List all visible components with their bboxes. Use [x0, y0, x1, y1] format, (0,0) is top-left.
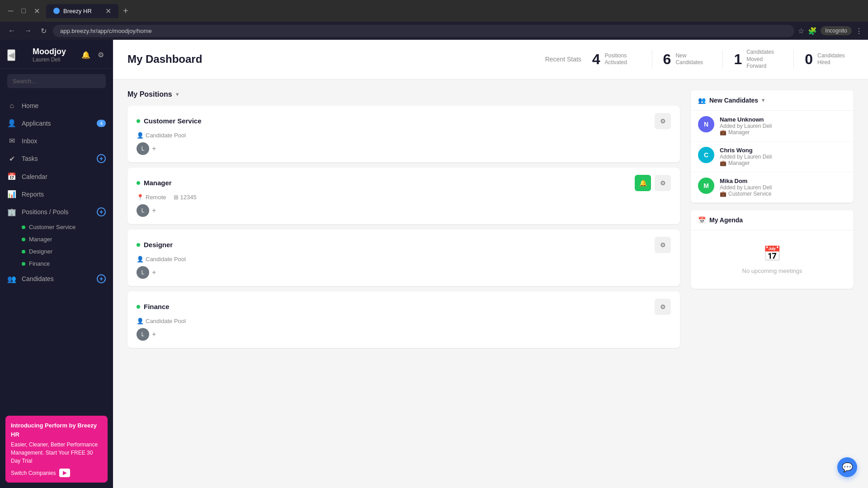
- briefcase-icon: 💼: [720, 160, 726, 166]
- positions-section-title: My Positions: [127, 90, 172, 99]
- agenda-empty-message: No upcoming meetings: [742, 267, 802, 274]
- subnav-designer[interactable]: Designer: [14, 245, 113, 258]
- status-dot: [22, 262, 25, 266]
- dept-meta: ⊞ 12345: [174, 194, 197, 201]
- reload-btn[interactable]: ↻: [38, 25, 49, 37]
- stat-new-candidates: 6 New Candidates: [663, 51, 712, 68]
- add-member-btn[interactable]: +: [152, 330, 156, 338]
- avatar: L: [137, 204, 149, 217]
- back-btn[interactable]: ←: [5, 25, 18, 37]
- sidebar-item-calendar[interactable]: 📅 Calendar: [0, 168, 113, 185]
- main-header: My Dashboard Recent Stats 4 Positions Ac…: [113, 40, 868, 80]
- agenda-card: 📅 My Agenda 📅 No upcoming meetings: [691, 210, 854, 289]
- candidate-added: Added by Lauren Deli: [720, 123, 846, 129]
- avatar: L: [137, 142, 149, 155]
- add-member-btn[interactable]: +: [152, 206, 156, 215]
- status-dot: [22, 238, 25, 241]
- active-dot: [137, 119, 140, 123]
- candidates-icon: 👥: [7, 275, 16, 283]
- search-input[interactable]: [7, 74, 106, 88]
- position-name: Designer: [137, 241, 173, 249]
- tab-close-btn[interactable]: ✕: [105, 7, 111, 15]
- position-card-header: Designer ⚙: [137, 237, 671, 253]
- settings-btn[interactable]: ⚙: [96, 49, 106, 61]
- stat-desc: Candidates Moved Forward: [746, 49, 783, 70]
- window-minimize-btn[interactable]: ─: [5, 5, 16, 17]
- candidate-avatar: C: [698, 147, 714, 163]
- sidebar-item-tasks[interactable]: ✔ Tasks +: [0, 150, 113, 168]
- promo-switch-btn[interactable]: ▶: [59, 469, 70, 477]
- stat-positions-activated: 4 Positions Activated: [592, 51, 641, 68]
- tasks-add-btn[interactable]: +: [97, 154, 106, 163]
- agenda-header: 📅 My Agenda: [691, 210, 854, 230]
- pool-icon: 👤: [137, 132, 144, 139]
- stat-number: 6: [663, 51, 671, 68]
- promo-switch-row: Switch Companies ▶: [11, 469, 102, 477]
- window-maximize-btn[interactable]: □: [19, 5, 28, 17]
- subnav-label: Designer: [29, 248, 52, 255]
- position-settings-btn[interactable]: ⚙: [655, 299, 671, 315]
- subnav-finance[interactable]: Finance: [14, 258, 113, 270]
- candidate-item-chris-wong[interactable]: C Chris Wong Added by Lauren Deli 💼 Mana…: [691, 141, 854, 172]
- agenda-title: My Agenda: [709, 216, 743, 224]
- new-candidates-dropdown-btn[interactable]: ▾: [762, 97, 765, 103]
- sidebar-item-inbox[interactable]: ✉ Inbox: [0, 132, 113, 150]
- candidate-item-mika-dom[interactable]: M Mika Dom Added by Lauren Deli 💼 Custom…: [691, 172, 854, 203]
- candidate-pool-label: 👤 Candidate Pool: [137, 318, 186, 324]
- positions-panel: My Positions ▾ Customer Service ⚙: [127, 90, 680, 477]
- briefcase-icon: 💼: [720, 191, 726, 197]
- position-settings-btn[interactable]: ⚙: [655, 113, 671, 129]
- sidebar-item-label: Calendar: [22, 173, 106, 180]
- candidate-name: Chris Wong: [720, 147, 846, 154]
- stat-divider: [652, 50, 652, 68]
- position-avatars: L +: [137, 266, 671, 279]
- sidebar-item-applicants[interactable]: 👤 Applicants 4: [0, 114, 113, 132]
- sidebar-item-home[interactable]: ⌂ Home: [0, 97, 113, 114]
- sidebar-item-positions[interactable]: 🏢 Positions / Pools +: [0, 203, 113, 221]
- stat-number: 1: [734, 51, 742, 68]
- candidate-item-name-unknown[interactable]: N Name Unknown Added by Lauren Deli 💼 Ma…: [691, 111, 854, 141]
- forward-btn[interactable]: →: [22, 25, 34, 37]
- positions-dropdown-btn[interactable]: ▾: [176, 91, 179, 98]
- new-tab-btn[interactable]: +: [119, 4, 132, 18]
- positions-add-btn[interactable]: +: [97, 207, 106, 216]
- brand-name: Moodjoy: [33, 47, 66, 56]
- extensions-icon[interactable]: 🧩: [808, 27, 817, 35]
- page-title: My Dashboard: [127, 53, 202, 66]
- content-area: My Positions ▾ Customer Service ⚙: [113, 80, 868, 488]
- subnav-customer-service[interactable]: Customer Service: [14, 221, 113, 233]
- browser-chrome: ─ □ ✕ Breezy HR ✕ +: [0, 0, 868, 22]
- recent-stats: Recent Stats 4 Positions Activated 6 New…: [545, 49, 854, 70]
- stat-desc: Candidates Hired: [817, 52, 854, 66]
- candidates-panel-icon: 👥: [698, 97, 706, 104]
- notifications-btn[interactable]: 🔔: [80, 49, 92, 61]
- chat-icon: 💬: [842, 462, 853, 473]
- tasks-icon: ✔: [7, 155, 16, 163]
- sidebar-item-candidates[interactable]: 👥 Candidates +: [0, 270, 113, 288]
- sidebar-item-reports[interactable]: 📊 Reports: [0, 185, 113, 203]
- candidate-position: 💼 Customer Service: [720, 191, 846, 197]
- app-container: ◀ Moodjoy Lauren Deli 🔔 ⚙ ⌂ Home 👤 Appli…: [0, 40, 868, 488]
- window-close-btn[interactable]: ✕: [31, 5, 42, 17]
- subnav-manager[interactable]: Manager: [14, 233, 113, 245]
- reports-icon: 📊: [7, 190, 16, 198]
- menu-icon[interactable]: ⋮: [855, 27, 863, 35]
- position-meta: 📍 Remote ⊞ 12345: [137, 194, 671, 201]
- home-icon: ⌂: [7, 102, 16, 110]
- avatar: L: [137, 328, 149, 341]
- position-settings-btn[interactable]: ⚙: [655, 237, 671, 253]
- stat-number: 4: [592, 51, 600, 68]
- sidebar-brand: Moodjoy Lauren Deli: [33, 47, 66, 63]
- position-settings-btn[interactable]: ⚙: [655, 175, 671, 191]
- add-member-btn[interactable]: +: [152, 268, 156, 277]
- bookmark-icon[interactable]: ☆: [798, 27, 804, 35]
- sidebar-back-btn[interactable]: ◀: [7, 49, 15, 61]
- add-member-btn[interactable]: +: [152, 145, 156, 153]
- calendar-icon: 📅: [7, 172, 16, 181]
- candidates-add-btn[interactable]: +: [97, 274, 106, 283]
- candidate-name: Name Unknown: [720, 116, 846, 123]
- position-notify-btn[interactable]: 🔔: [635, 175, 651, 191]
- address-bar[interactable]: [53, 25, 794, 37]
- chat-fab[interactable]: 💬: [837, 457, 857, 477]
- active-tab[interactable]: Breezy HR ✕: [46, 4, 118, 18]
